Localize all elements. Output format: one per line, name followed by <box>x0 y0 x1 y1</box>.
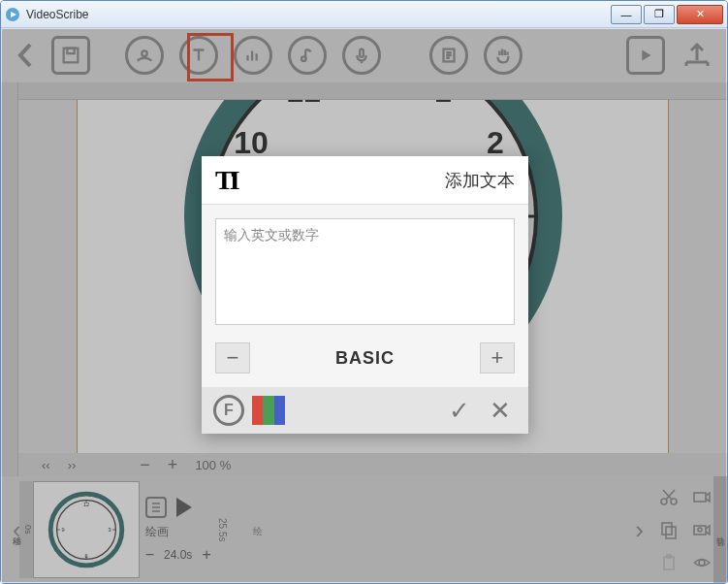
timeline-tools <box>655 483 715 576</box>
canvas-footer: ‹‹ ›› − + 100 % <box>18 453 727 476</box>
zoom-out-button[interactable]: − <box>140 455 150 475</box>
cut-button[interactable] <box>655 483 682 510</box>
svg-text:10: 10 <box>234 125 269 160</box>
window-title: VideoScribe <box>26 8 611 21</box>
cancel-button[interactable]: ✕ <box>484 396 517 426</box>
text-input[interactable] <box>215 218 515 325</box>
svg-rect-37 <box>694 493 706 502</box>
svg-rect-39 <box>666 527 676 538</box>
svg-marker-8 <box>642 50 650 61</box>
svg-text:9: 9 <box>61 527 64 533</box>
back-icon[interactable] <box>15 41 36 70</box>
dialog-title: 添加文本 <box>237 169 515 192</box>
copy-button[interactable] <box>655 516 682 543</box>
text-color-button[interactable] <box>252 396 285 425</box>
clip-duration-2: 25.5s <box>217 518 228 541</box>
add-text-dialog: TI 添加文本 − BASIC + F ✓ ✕ <box>202 156 528 434</box>
app-icon <box>5 7 20 22</box>
font-next-button[interactable]: + <box>480 342 515 373</box>
main-toolbar <box>1 28 727 82</box>
add-image-button[interactable] <box>125 36 164 75</box>
window-minimize-button[interactable]: — <box>611 5 642 24</box>
font-prev-button[interactable]: − <box>215 342 250 373</box>
scroll-left-button[interactable]: ‹‹ <box>42 458 50 472</box>
camera-set-button[interactable] <box>688 516 715 543</box>
thumb-meta: 0s 移动 <box>19 481 33 578</box>
color-swatch-blue <box>274 396 285 425</box>
camera-button[interactable] <box>688 483 715 510</box>
preview-play-button[interactable] <box>626 36 665 75</box>
svg-rect-3 <box>67 49 74 54</box>
timeline-side-tab[interactable]: 音轨 <box>713 476 727 583</box>
clip-controls: 绘画 − 24.0s + <box>145 497 211 564</box>
svg-point-4 <box>142 50 147 56</box>
confirm-button[interactable]: ✓ <box>443 396 476 426</box>
zoom-level-label: 100 % <box>195 458 231 472</box>
duration-decrease-button[interactable]: − <box>145 546 154 564</box>
vertical-ruler <box>1 82 18 476</box>
svg-rect-42 <box>664 557 674 569</box>
clip-duration-label: 24.0s <box>164 548 192 562</box>
svg-rect-2 <box>64 49 79 63</box>
save-button[interactable] <box>51 36 90 75</box>
svg-point-44 <box>699 560 705 566</box>
clip-label-2: 绘 <box>251 518 265 541</box>
add-text-button[interactable] <box>179 36 218 75</box>
color-swatch-red <box>252 396 263 425</box>
text-dialog-icon: TI <box>215 165 237 196</box>
window-close-button[interactable]: ✕ <box>677 5 723 24</box>
scroll-right-button[interactable]: ›› <box>68 458 77 472</box>
page-settings-button[interactable] <box>429 36 468 75</box>
add-music-button[interactable] <box>288 36 327 75</box>
svg-text:3: 3 <box>108 527 111 533</box>
window-maximize-button[interactable]: ❐ <box>644 5 675 24</box>
clip-play-button[interactable] <box>176 498 192 517</box>
svg-point-5 <box>301 56 306 61</box>
svg-point-41 <box>698 528 702 532</box>
svg-rect-38 <box>662 523 672 535</box>
duration-increase-button[interactable]: + <box>202 546 210 564</box>
svg-rect-6 <box>360 49 364 57</box>
timeline-next-button[interactable]: › <box>629 515 649 545</box>
svg-text:2: 2 <box>487 125 504 160</box>
horizontal-ruler <box>18 82 727 100</box>
add-voiceover-button[interactable] <box>342 36 381 75</box>
add-chart-button[interactable] <box>234 36 272 75</box>
timeline-thumbnail[interactable]: 12369 <box>33 481 140 578</box>
color-swatch-green <box>263 396 273 425</box>
svg-text:11: 11 <box>286 100 321 109</box>
clipboard-button[interactable] <box>655 549 682 576</box>
window-titlebar: VideoScribe — ❐ ✕ <box>1 1 727 28</box>
svg-point-26 <box>56 501 115 560</box>
font-name-label: BASIC <box>258 348 472 369</box>
font-options-button[interactable]: F <box>213 395 244 426</box>
visibility-button[interactable] <box>688 549 715 576</box>
zoom-in-button[interactable]: + <box>168 455 178 475</box>
export-button[interactable] <box>681 39 713 72</box>
clip-type-label: 绘画 <box>145 524 169 540</box>
timeline-strip: ‹ 0s 移动 12369 绘画 − 24.0s + <box>1 476 727 583</box>
svg-text:1: 1 <box>434 100 452 109</box>
hand-tool-button[interactable] <box>484 36 522 75</box>
clip-properties-icon[interactable] <box>145 497 167 518</box>
